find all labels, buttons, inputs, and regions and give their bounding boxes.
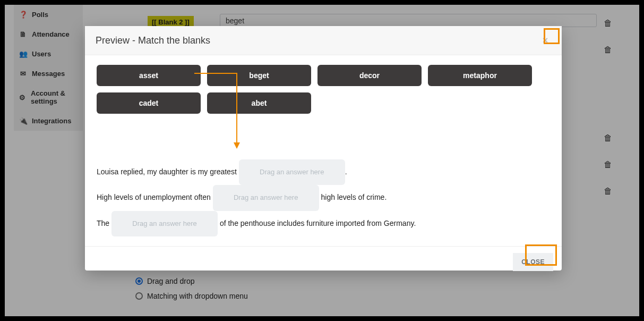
sentence-text: High levels of unemployment often xyxy=(97,193,213,201)
answer-tile[interactable]: beget xyxy=(207,65,311,86)
drop-zone[interactable]: Drag an answer here xyxy=(213,185,319,210)
drop-zone[interactable]: Drag an answer here xyxy=(111,211,218,236)
modal-footer: CLOSE xyxy=(85,246,562,277)
sentence-text: The xyxy=(97,219,111,227)
sentence-text: of the penthouse includes furniture impo… xyxy=(218,219,416,227)
sentence-list: Louisa replied, my daughter is my greate… xyxy=(97,159,550,236)
preview-modal: Preview - Match the blanks × asset beget… xyxy=(85,26,562,271)
sentence-text: high levels of crime. xyxy=(319,193,387,201)
sentence-row: High levels of unemployment often Drag a… xyxy=(97,185,550,210)
answer-tile[interactable]: abet xyxy=(207,92,311,114)
drop-zone[interactable]: Drag an answer here xyxy=(239,159,345,185)
answer-tile[interactable]: decor xyxy=(317,65,422,86)
highlight-box xyxy=(525,244,557,266)
answer-tile[interactable]: asset xyxy=(97,65,201,86)
modal-body: asset beget decor metaphor cadet abet Lo… xyxy=(85,55,562,246)
answer-tile[interactable]: cadet xyxy=(97,92,201,114)
answer-tile[interactable]: metaphor xyxy=(428,65,532,86)
highlight-box xyxy=(544,28,560,44)
modal-header: Preview - Match the blanks × xyxy=(85,26,562,55)
sentence-row: The Drag an answer here of the penthouse… xyxy=(97,211,550,236)
sentence-text: Louisa replied, my daughter is my greate… xyxy=(97,167,239,176)
modal-title: Preview - Match the blanks xyxy=(96,35,210,46)
sentence-text: . xyxy=(345,167,347,176)
sentence-row: Louisa replied, my daughter is my greate… xyxy=(97,159,550,185)
answer-tiles: asset beget decor metaphor cadet abet xyxy=(97,65,550,114)
